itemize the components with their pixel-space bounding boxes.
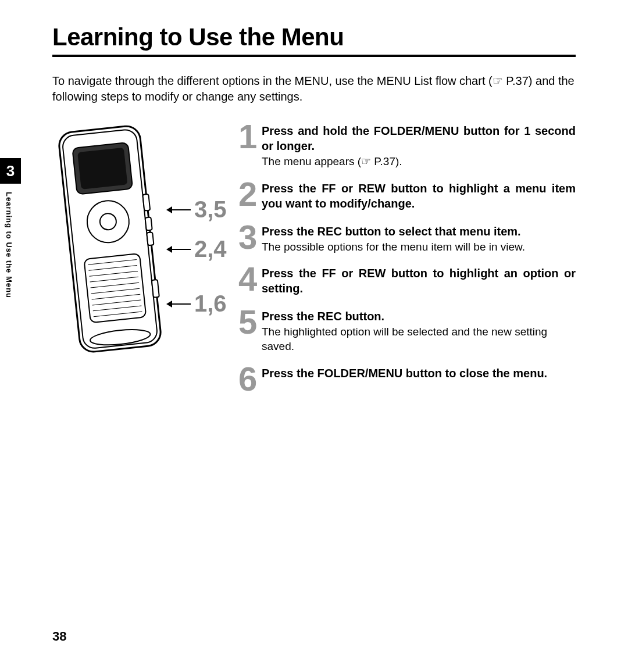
step-title: Press and hold the FOLDER/MENU button fo…: [262, 123, 576, 153]
callout-arrow-icon: [167, 303, 191, 305]
step-title: Press the FF or REW button to highlight …: [262, 181, 576, 211]
callout-arrow-icon: [167, 249, 191, 250]
intro-text: To navigate through the different option…: [52, 73, 576, 105]
device-illustration-column: 3,5 2,4 1,6: [52, 122, 227, 403]
step-item: 3 Press the REC button to select that me…: [238, 223, 576, 255]
title-rule: [52, 55, 576, 57]
side-section-label: Learning to Use the Menu: [5, 192, 13, 298]
callout-1-6: 1,6: [167, 291, 227, 317]
callout-label: 3,5: [194, 196, 227, 223]
step-number: 5: [238, 308, 262, 336]
step-number: 4: [238, 264, 262, 293]
page-number: 38: [52, 629, 66, 644]
step-title: Press the REC button to select that menu…: [262, 224, 576, 239]
step-number: 2: [238, 180, 262, 208]
step-item: 1 Press and hold the FOLDER/MENU button …: [238, 122, 576, 169]
step-desc: The highlighted option will be selected …: [262, 325, 576, 353]
svg-rect-8: [147, 232, 154, 245]
svg-rect-20: [152, 280, 159, 298]
step-title: Press the REC button.: [262, 309, 576, 324]
step-item: 4 Press the FF or REW button to highligh…: [238, 264, 576, 297]
voice-recorder-illustration: [52, 122, 163, 360]
callout-2-4: 2,4: [167, 236, 227, 262]
callout-label: 2,4: [194, 236, 227, 262]
callout-label: 1,6: [194, 291, 227, 317]
steps-list: 1 Press and hold the FOLDER/MENU button …: [238, 122, 576, 403]
step-item: 2 Press the FF or REW button to highligh…: [238, 180, 576, 212]
step-desc: The possible options for the menu item w…: [262, 240, 576, 255]
svg-rect-6: [142, 194, 150, 211]
step-title: Press the FF or REW button to highlight …: [262, 266, 576, 296]
chapter-tab: 3: [0, 158, 21, 184]
step-number: 1: [238, 122, 262, 151]
svg-rect-7: [145, 217, 152, 231]
svg-rect-3: [77, 148, 127, 190]
step-item: 5 Press the REC button. The highlighted …: [238, 308, 576, 353]
step-desc: The menu appears (☞ P.37).: [262, 155, 576, 169]
step-number: 6: [238, 364, 262, 393]
page-title: Learning to Use the Menu: [52, 23, 576, 51]
callout-3-5: 3,5: [167, 196, 227, 223]
step-title: Press the FOLDER/MENU button to close th…: [262, 366, 576, 381]
step-item: 6 Press the FOLDER/MENU button to close …: [238, 364, 576, 393]
callout-arrow-icon: [167, 209, 191, 210]
step-number: 3: [238, 223, 262, 251]
